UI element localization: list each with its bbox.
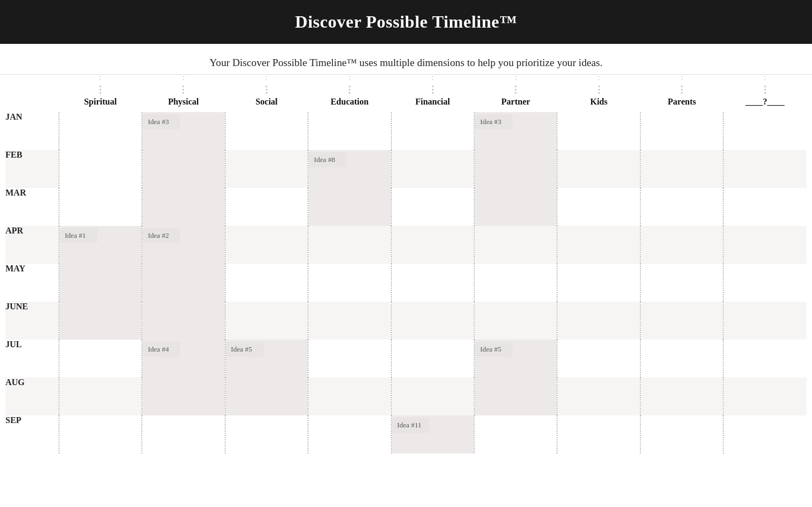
cell-mar-financial <box>391 188 474 226</box>
cell-jan-spiritual <box>59 112 142 226</box>
col-spiritual: Spiritual <box>59 75 142 112</box>
month-jul: JUL <box>5 340 59 378</box>
cell-sep-partner <box>474 415 557 453</box>
row-aug: AUG <box>5 378 807 415</box>
cell-sep-kids <box>557 415 640 453</box>
timeline-container: Spiritual Physical Soc <box>0 75 812 464</box>
cell-mar-custom <box>723 188 807 226</box>
page-title: Discover Possible Timeline™ <box>11 12 801 32</box>
cell-sep-physical <box>142 415 225 453</box>
timeline-table: Spiritual Physical Soc <box>5 75 807 453</box>
cell-jun-kids <box>557 302 640 340</box>
idea-physical-jul-aug: Idea #4 <box>142 342 180 357</box>
cell-jul-physical: Idea #4 <box>142 340 225 415</box>
cell-jul-financial <box>391 340 474 378</box>
cell-feb-parents <box>640 150 723 188</box>
month-sep: SEP <box>5 415 59 453</box>
header: Discover Possible Timeline™ <box>0 0 812 44</box>
cell-sep-education <box>308 415 391 453</box>
cell-jul-kids <box>557 340 640 378</box>
month-may: MAY <box>5 264 59 302</box>
cell-sep-custom <box>723 415 807 453</box>
cell-aug-parents <box>640 378 723 415</box>
cell-aug-spiritual <box>59 378 142 415</box>
month-feb: FEB <box>5 150 59 188</box>
cell-jan-partner: Idea #3 <box>474 112 557 226</box>
idea-financial-sep: Idea #11 <box>392 418 430 433</box>
col-financial: Financial <box>391 75 474 112</box>
cell-jul-custom <box>723 340 807 378</box>
idea-partner-jul-aug: Idea #5 <box>475 342 513 357</box>
cell-feb-social <box>225 150 308 188</box>
cell-feb-custom <box>723 150 807 188</box>
col-kids: Kids <box>557 75 640 112</box>
cell-sep-parents <box>640 415 723 453</box>
cell-feb-kids <box>557 150 640 188</box>
cell-jan-social <box>225 112 308 150</box>
cell-jun-custom <box>723 302 807 340</box>
idea-spiritual-apr-jun: Idea #1 <box>60 228 97 243</box>
col-physical: Physical <box>142 75 225 112</box>
cell-may-education <box>308 264 391 302</box>
cell-may-parents <box>640 264 723 302</box>
cell-jun-education <box>308 302 391 340</box>
cell-jul-education <box>308 340 391 378</box>
cell-feb-financial <box>391 150 474 188</box>
cell-jan-financial <box>391 112 474 150</box>
month-jan: JAN <box>5 112 59 150</box>
cell-jan-education <box>308 112 391 150</box>
cell-jul-parents <box>640 340 723 378</box>
cell-aug-education <box>308 378 391 415</box>
cell-sep-financial: Idea #11 <box>391 415 474 453</box>
cell-jun-social <box>225 302 308 340</box>
cell-jun-parents <box>640 302 723 340</box>
cell-may-social <box>225 264 308 302</box>
month-column-header <box>5 75 59 112</box>
col-partner: Partner <box>474 75 557 112</box>
cell-sep-social <box>225 415 308 453</box>
cell-jul-partner: Idea #5 <box>474 340 557 415</box>
month-june: JUNE <box>5 302 59 340</box>
cell-mar-parents <box>640 188 723 226</box>
col-custom: ____?____ <box>723 75 807 112</box>
month-aug: AUG <box>5 378 59 415</box>
subtitle: Your Discover Possible Timeline™ uses mu… <box>0 44 812 75</box>
cell-jun-partner <box>474 302 557 340</box>
idea-education-feb-mar: Idea #8 <box>309 152 346 167</box>
row-sep: SEP Idea #11 <box>5 415 807 453</box>
cell-jun-financial <box>391 302 474 340</box>
cell-mar-kids <box>557 188 640 226</box>
month-mar: MAR <box>5 188 59 226</box>
cell-aug-financial <box>391 378 474 415</box>
row-jul: JUL Idea #4 Idea #5 Idea #5 <box>5 340 807 378</box>
idea-social-jul-aug: Idea #5 <box>226 342 264 357</box>
row-jan: JAN Idea #3 Idea #3 <box>5 112 807 150</box>
col-education: Education <box>308 75 391 112</box>
cell-may-custom <box>723 264 807 302</box>
idea-partner-jan-mar: Idea #3 <box>475 114 513 129</box>
cell-jan-parents <box>640 112 723 150</box>
cell-apr-social <box>225 226 308 264</box>
cell-jul-spiritual <box>59 340 142 378</box>
cell-aug-kids <box>557 378 640 415</box>
cell-jan-kids <box>557 112 640 150</box>
cell-jan-physical: Idea #3 <box>142 112 225 226</box>
cell-apr-education <box>308 226 391 264</box>
idea-physical-apr-jun: Idea #2 <box>142 228 180 243</box>
cell-jan-custom <box>723 112 807 150</box>
cell-apr-spiritual: Idea #1 <box>59 226 142 340</box>
cell-mar-social <box>225 188 308 226</box>
cell-feb-education: Idea #8 <box>308 150 391 226</box>
column-header-row: Spiritual Physical Soc <box>5 75 807 112</box>
cell-apr-physical: Idea #2 <box>142 226 225 340</box>
cell-apr-financial <box>391 226 474 264</box>
idea-physical-jan-mar: Idea #3 <box>142 114 180 129</box>
cell-may-partner <box>474 264 557 302</box>
cell-may-kids <box>557 264 640 302</box>
row-apr: APR Idea #1 Idea #2 <box>5 226 807 264</box>
col-social: Social <box>225 75 308 112</box>
cell-apr-partner <box>474 226 557 264</box>
cell-may-financial <box>391 264 474 302</box>
cell-jul-social: Idea #5 <box>225 340 308 415</box>
cell-sep-spiritual <box>59 415 142 453</box>
